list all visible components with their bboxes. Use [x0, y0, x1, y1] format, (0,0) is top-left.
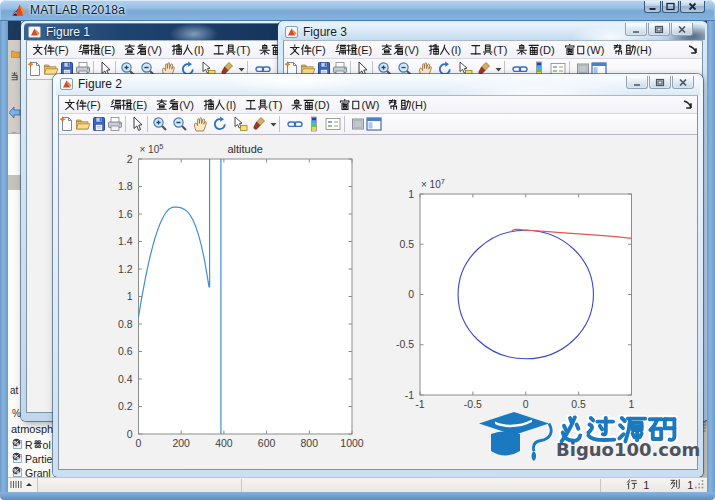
menu-item-D[interactable]: (D) [512, 44, 559, 56]
menu-item-D[interactable]: (D) [287, 99, 334, 111]
svg-text:0.5: 0.5 [399, 238, 414, 250]
pan-icon [192, 116, 208, 132]
toolbar-separator [125, 116, 126, 132]
svg-text:1: 1 [127, 290, 133, 302]
insert-colorbar-icon [306, 116, 322, 132]
link-plot-button[interactable] [285, 115, 304, 133]
toolbar-separator [344, 116, 345, 132]
matlab-main-window: at % atmosph Rol Partie Granl Figure 1 (… [0, 0, 715, 500]
menu-item-T[interactable]: (T) [241, 99, 287, 111]
matlab-logo-icon [11, 3, 26, 18]
back-arrow-icon[interactable] [9, 107, 21, 118]
menu-item-E[interactable]: (E) [105, 99, 152, 111]
brush-dropdown-caret[interactable] [270, 115, 277, 133]
menu-item-V[interactable]: (V) [120, 44, 167, 56]
svg-text:0: 0 [127, 428, 133, 440]
dock-figure-arrow-icon[interactable] [683, 100, 693, 110]
main-titlebar[interactable]: MATLAB R2018a [0, 0, 715, 21]
file-list-item[interactable]: Rol [12, 438, 51, 451]
menu-item-E[interactable]: (E) [330, 44, 377, 56]
text-fragment-at: at [10, 385, 18, 396]
file-list-item[interactable]: Partie [12, 452, 52, 465]
selected-row-fragment[interactable] [8, 175, 21, 190]
svg-text:1.4: 1.4 [118, 235, 133, 247]
mfile-icon [12, 466, 22, 477]
close-button[interactable] [671, 23, 693, 36]
statusbar-divider [241, 479, 242, 492]
hide-plot-tools-button[interactable] [350, 115, 366, 133]
brush-icon [252, 116, 268, 132]
svg-text:0.8: 0.8 [118, 318, 133, 330]
svg-text:1: 1 [408, 188, 414, 200]
figure2-titlebar[interactable]: Figure 2 [56, 76, 700, 95]
desktop-char [10, 65, 19, 83]
save-figure-icon [91, 116, 107, 132]
pan-button[interactable] [190, 115, 210, 133]
figure3-titlebar[interactable]: Figure 3 [281, 23, 705, 40]
menu-item-W[interactable]: (W) [334, 99, 384, 111]
window-border-right [707, 21, 715, 492]
menu-item-V[interactable]: (V) [377, 44, 424, 56]
menu-item-I[interactable]: (I) [166, 44, 208, 56]
new-figure-button[interactable] [27, 60, 43, 78]
open-file-button[interactable] [75, 115, 91, 133]
menu-item-F[interactable]: (F) [27, 44, 73, 56]
menu-item-F[interactable]: (F) [284, 44, 330, 56]
menu-item-T[interactable]: (T) [209, 44, 255, 56]
minimize-button[interactable] [625, 23, 647, 36]
figure2-menubar: (F)(E)(V)(I)(T)(D)(W)(H) [59, 96, 697, 114]
show-plot-tools-dock-button[interactable] [366, 115, 382, 133]
statusbar-splitter-widget[interactable] [8, 478, 38, 493]
edit-plot-icon [129, 116, 145, 132]
svg-text:1.8: 1.8 [118, 180, 133, 192]
print-figure-button[interactable] [107, 115, 123, 133]
menu-item-H[interactable]: (H) [609, 44, 656, 56]
maximize-button[interactable] [662, 1, 679, 13]
insert-legend-icon [325, 116, 341, 132]
text-fragment-percent: % [12, 408, 21, 419]
file-list-item[interactable]: Granl [12, 466, 51, 477]
print-figure-icon [107, 116, 123, 132]
zoom-out-button[interactable] [170, 115, 190, 133]
figure2-title: Figure 2 [78, 78, 122, 90]
insert-legend-button[interactable] [323, 115, 342, 133]
minimize-button[interactable] [644, 1, 661, 13]
menu-item-E[interactable]: (E) [73, 44, 120, 56]
restore-button[interactable] [648, 23, 670, 36]
new-figure-button[interactable] [59, 115, 75, 133]
brush-button[interactable] [250, 115, 270, 133]
rotate-3d-button[interactable] [210, 115, 230, 133]
svg-text:2: 2 [127, 153, 133, 165]
show-plot-tools-dock-icon [366, 116, 382, 132]
svg-text:400: 400 [215, 437, 233, 449]
figure-window-icon [28, 26, 41, 38]
svg-text:× 107: × 107 [421, 177, 445, 190]
minimize-button[interactable] [626, 76, 648, 89]
dock-figure-arrow-icon[interactable] [688, 45, 698, 55]
folder-icon [11, 50, 20, 58]
zoom-in-icon [152, 116, 168, 132]
menu-item-T[interactable]: (T) [466, 44, 512, 56]
menu-item-H[interactable]: (H) [384, 99, 431, 111]
close-button[interactable] [672, 76, 694, 89]
edit-plot-button[interactable] [128, 115, 145, 133]
svg-text:1.6: 1.6 [118, 208, 133, 220]
axes-box [420, 194, 632, 395]
menu-item-I[interactable]: (I) [198, 99, 240, 111]
zoom-in-button[interactable] [150, 115, 170, 133]
menu-item-V[interactable]: (V) [152, 99, 199, 111]
save-figure-button[interactable] [91, 115, 107, 133]
menu-item-W[interactable]: (W) [559, 44, 609, 56]
figure1-title: Figure 1 [46, 26, 90, 38]
close-button[interactable] [680, 1, 705, 13]
menu-item-F[interactable]: (F) [59, 99, 105, 111]
menu-item-I[interactable]: (I) [423, 44, 465, 56]
data-cursor-button[interactable] [230, 115, 250, 133]
svg-text:0: 0 [136, 437, 142, 449]
restore-button[interactable] [649, 76, 671, 89]
figure-window-icon [285, 26, 298, 38]
data-cursor-icon [232, 116, 248, 132]
svg-text:0.6: 0.6 [118, 345, 133, 357]
insert-colorbar-button[interactable] [304, 115, 323, 133]
watermark-domain-text: Biguo100.com [556, 439, 700, 460]
